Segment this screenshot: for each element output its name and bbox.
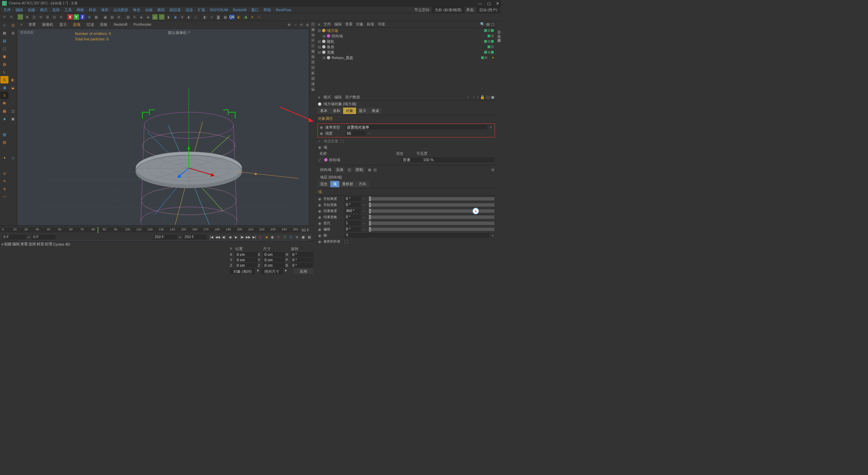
maximize-button[interactable]: ▢	[487, 1, 491, 6]
tool-icon[interactable]	[9, 185, 17, 193]
nav-up-icon[interactable]: ↑	[477, 95, 479, 99]
goto-start-icon[interactable]: |◀	[209, 234, 214, 240]
timeline[interactable]: 0102030405060708082901001101201301401501…	[0, 225, 315, 234]
obj-menu-item[interactable]: 书签	[378, 22, 385, 27]
primitive-icon[interactable]: ▧	[125, 14, 131, 20]
render-region-icon[interactable]: ▤	[109, 14, 115, 20]
view-menu-item[interactable]: 摄像机	[39, 21, 56, 28]
field-enable-checkbox[interactable]	[318, 158, 322, 162]
attr-tab[interactable]: 衰减	[369, 108, 382, 114]
viewport-nav-icon[interactable]: ⊞	[303, 22, 309, 27]
tree-row[interactable]: ⊟径向域	[316, 33, 496, 39]
view-menu-item[interactable]: 选项	[70, 21, 83, 28]
tool-icon[interactable]: ✦	[256, 14, 262, 20]
menu-item[interactable]: 角色	[131, 7, 142, 13]
tool-icon[interactable]	[0, 123, 8, 130]
tool-icon[interactable]: ⊞	[44, 14, 51, 20]
move-tool-icon[interactable]: ✥	[24, 14, 30, 20]
camera-label[interactable]: 默认摄像机 ⁝°	[168, 30, 190, 35]
tool-icon[interactable]: S	[0, 92, 8, 99]
sub-tab[interactable]: 混合	[317, 181, 330, 187]
param-field[interactable]: 0 °	[344, 227, 361, 232]
timeline-cursor[interactable]	[98, 227, 98, 233]
tool-icon[interactable]: ◇	[9, 154, 17, 162]
attr-menu-item[interactable]: 用户数据	[345, 95, 360, 100]
tool-icon[interactable]: ◒	[9, 84, 17, 91]
tool-icon[interactable]: ◐	[9, 76, 17, 83]
autokey-icon[interactable]: ◆	[264, 234, 269, 240]
tool-icon[interactable]	[9, 138, 17, 146]
side-icon[interactable]: ▧	[311, 54, 315, 59]
end-frame-field2[interactable]: 250 F	[183, 235, 207, 240]
tool-icon[interactable]	[9, 60, 17, 68]
obj-menu-item[interactable]: 文件	[323, 22, 331, 27]
node-space-select[interactable]: 当前 (标准/物理)	[432, 7, 464, 13]
start-frame-field[interactable]: 0 F	[2, 235, 26, 240]
obj-menu-item[interactable]: 标签	[367, 22, 374, 27]
key-pos-icon[interactable]: P	[276, 234, 281, 240]
tool-icon[interactable]: ▦	[222, 14, 228, 20]
coord-field[interactable]: 0 cm	[263, 252, 285, 257]
tool-icon[interactable]: ▣	[0, 53, 8, 60]
menu-item[interactable]: 创建	[26, 7, 37, 13]
expand-icon[interactable]: ⊞	[491, 168, 494, 172]
tool-icon[interactable]: ▥	[0, 131, 8, 138]
close-button[interactable]: ✕	[496, 1, 499, 6]
key-rot-icon[interactable]: R	[288, 234, 294, 240]
param-field[interactable]: 1	[344, 221, 361, 226]
lock-icon[interactable]: 🔒	[480, 95, 485, 99]
attr-tab[interactable]: 坐标	[330, 108, 343, 114]
tool-icon[interactable]: ☼	[193, 14, 199, 20]
key-pla-icon[interactable]: ▦	[300, 234, 306, 240]
layout-select[interactable]: 启动 (用户)	[477, 7, 500, 13]
render-settings-icon[interactable]: ⚙	[116, 14, 122, 20]
tool-icon[interactable]: ▦	[0, 107, 8, 115]
tool-icon[interactable]	[9, 53, 17, 60]
tool-icon[interactable]: ◧	[202, 14, 208, 20]
object-tree[interactable]: ⊟域力场⊟径向域⊟随机⊟备份⊟克隆⊟Retopo_圆盘✦	[316, 28, 496, 94]
minimize-button[interactable]: —	[478, 1, 482, 6]
key-scale-icon[interactable]: S	[282, 234, 288, 240]
mograph-icon[interactable]: ⬡	[159, 14, 165, 20]
panel-icon[interactable]: ▢	[491, 22, 494, 26]
tree-row[interactable]: ⊟Retopo_圆盘✦	[316, 55, 496, 60]
attr-tab[interactable]: 显示	[356, 108, 369, 114]
menu-item[interactable]: 体积	[99, 7, 111, 13]
coord-field[interactable]: 0 cm	[263, 263, 285, 268]
panel-icon[interactable]: ▣	[491, 95, 494, 99]
axis-toggle[interactable]: XYZ	[67, 14, 85, 20]
menu-item[interactable]: INSYDIUM	[208, 7, 230, 13]
param-field[interactable]: 0 °	[344, 196, 361, 201]
tool-icon[interactable]: ▣	[9, 115, 17, 122]
tool-icon[interactable]: ▤	[0, 60, 8, 68]
rate-type-select[interactable]: 设置绝对速率	[346, 125, 487, 130]
side-icon[interactable]: ◈	[311, 33, 315, 37]
param-field[interactable]: 0 °	[344, 215, 361, 220]
visibility-field[interactable]: 100 %	[422, 157, 494, 162]
sub-tab[interactable]: 重映射	[339, 181, 356, 187]
param-slider[interactable]	[369, 215, 494, 219]
strength-field[interactable]: 50	[346, 131, 366, 136]
tool-icon[interactable]: ◑	[242, 14, 249, 20]
tool-icon[interactable]	[9, 123, 17, 130]
tool-icon[interactable]	[9, 92, 17, 99]
tool-icon[interactable]	[9, 162, 17, 169]
tool-icon[interactable]: ▓	[215, 14, 221, 20]
tool-icon[interactable]: ·	[9, 99, 17, 107]
tree-row[interactable]: ⊟克隆	[316, 50, 496, 55]
side-icon[interactable]: ◐	[311, 71, 315, 75]
menu-item[interactable]: 工具	[62, 7, 74, 13]
next-frame-icon[interactable]: |▶	[239, 234, 245, 240]
timeline-ruler[interactable]: 0102030405060708082901001101201301401501…	[0, 228, 300, 232]
menu-item[interactable]: 文件	[1, 7, 13, 13]
coord-field[interactable]: 0 cm	[235, 263, 258, 268]
tool-icon[interactable]: 〰	[0, 193, 8, 201]
next-key-icon[interactable]: ▶▶	[245, 234, 251, 240]
tool-icon[interactable]: ◐	[186, 14, 192, 20]
play-back-icon[interactable]: ◀	[227, 234, 233, 240]
mass-checkbox[interactable]	[340, 139, 344, 143]
side-icon[interactable]: ⊟	[311, 65, 315, 70]
search-icon[interactable]: 🔍	[480, 22, 485, 26]
side-icon[interactable]: ◑	[311, 81, 315, 86]
tool-icon[interactable]: S	[0, 76, 8, 83]
